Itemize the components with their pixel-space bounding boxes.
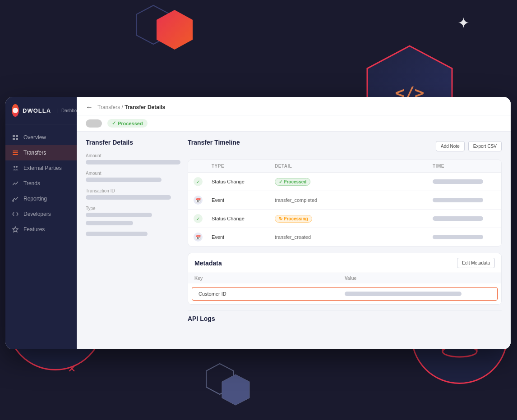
developers-icon [12, 210, 19, 218]
field-amount2: Amount [86, 171, 180, 182]
api-logs-section: API Logs [188, 310, 502, 338]
th-icon [194, 164, 212, 169]
edit-metadata-button[interactable]: Edit Metadata [457, 258, 495, 268]
svg-marker-4 [206, 364, 234, 394]
row-time-1 [433, 179, 483, 184]
row-detail-1: ✓ Processed [275, 178, 433, 186]
field-label-txn: Transaction ID [86, 188, 180, 193]
row-icon-calendar1: 📅 [194, 196, 203, 205]
logo-separator: | [56, 108, 58, 113]
row-type-1: Status Change [212, 179, 275, 184]
sidebar-item-trends[interactable]: Trends [5, 176, 77, 191]
field-transaction-id: Transaction ID [86, 188, 180, 200]
th-time: Time [433, 164, 496, 169]
reporting-label: Reporting [23, 196, 47, 202]
svg-rect-24 [13, 154, 18, 155]
row-detail-4: transfer_created [275, 234, 433, 240]
breadcrumb-parent: Transfers [97, 104, 120, 110]
row-type-3: Status Change [212, 216, 275, 221]
row-time-4 [433, 235, 483, 239]
sidebar-item-transfers[interactable]: Transfers [5, 145, 77, 160]
status-text: Processed [118, 121, 143, 126]
sidebar-item-features[interactable]: Features [5, 222, 77, 237]
field-bar-misc [86, 232, 148, 236]
meta-value-bar-1 [345, 292, 462, 296]
status-bar: ✓ Processed [77, 115, 511, 132]
processed-badge: ✓ Processed [275, 178, 310, 186]
timeline-table-header: Type Detail Time [188, 160, 501, 173]
field-bar-amount2 [86, 178, 162, 182]
sparkle-icon: ✦ [457, 14, 470, 32]
api-logs-title: API Logs [188, 310, 502, 325]
field-bar-type [86, 213, 152, 217]
export-csv-button[interactable]: Export CSV [468, 141, 502, 151]
row-icon-calendar2: 📅 [194, 233, 203, 242]
table-row: ✓ Status Change ✓ Processed [188, 173, 501, 191]
sidebar-item-external-parties[interactable]: External Parties [5, 160, 77, 176]
timeline-actions: Add Note Export CSV [436, 141, 502, 151]
back-button[interactable]: ← [86, 103, 93, 111]
th-type: Type [212, 164, 275, 169]
metadata-cols: Key Value [188, 273, 501, 283]
svg-rect-22 [13, 151, 18, 151]
svg-marker-28 [13, 227, 18, 232]
logo-text: DWOLLA [23, 107, 51, 114]
svg-rect-18 [13, 135, 15, 137]
add-note-button[interactable]: Add Note [436, 141, 465, 151]
svg-marker-5 [222, 374, 249, 405]
status-icon: ✓ [112, 120, 116, 126]
field-bar-extra [86, 221, 133, 225]
th-detail: Detail [275, 164, 433, 169]
meta-col-key: Key [194, 276, 345, 281]
transfers-icon [12, 149, 19, 156]
row-time-3 [433, 216, 483, 221]
svg-point-26 [16, 166, 18, 168]
logo-area: DWOLLA | Dashboard [5, 97, 77, 124]
meta-key-1: Customer ID [198, 291, 345, 297]
svg-rect-23 [13, 152, 18, 153]
dashboard-card: DWOLLA | Dashboard Overview [5, 97, 511, 349]
row-detail-3: ↻ Processing [275, 215, 433, 223]
table-row: 📅 Event transfer_completed [188, 191, 501, 210]
sidebar-item-developers[interactable]: Developers [5, 206, 77, 222]
metadata-header: Metadata Edit Metadata [188, 253, 501, 273]
transfer-details-title: Transfer Details [86, 139, 180, 146]
field-label-type: Type [86, 206, 180, 211]
sidebar-nav: Overview Transfers [5, 124, 77, 349]
table-row: ✓ Status Change ↻ Processing [188, 210, 501, 228]
breadcrumb: Transfers / Transfer Details [97, 104, 165, 110]
field-amount1: Amount [86, 153, 180, 164]
row-detail-2: transfer_completed [275, 197, 433, 203]
row-type-4: Event [212, 234, 275, 240]
toggle-switch[interactable] [86, 119, 102, 128]
content-header: ← Transfers / Transfer Details [77, 97, 511, 115]
metadata-row: Customer ID [192, 287, 498, 301]
svg-point-17 [13, 108, 18, 113]
cross-icon: ✕ [68, 363, 76, 375]
content-body: Transfer Details Amount Amount Transacti… [77, 132, 511, 345]
overview-label: Overview [23, 134, 46, 141]
row-type-2: Event [212, 197, 275, 203]
svg-point-25 [14, 166, 15, 168]
row-icon-check1: ✓ [194, 177, 203, 186]
meta-col-value: Value [345, 276, 495, 281]
svg-rect-20 [13, 138, 15, 140]
transfer-details-panel: Transfer Details Amount Amount Transacti… [86, 139, 180, 338]
field-label-amount2: Amount [86, 171, 180, 176]
status-badge: ✓ Processed [107, 119, 148, 128]
trends-icon [12, 180, 19, 187]
sidebar-item-overview[interactable]: Overview [5, 130, 77, 145]
table-row: 📅 Event transfer_created [188, 228, 501, 246]
svg-point-27 [13, 201, 14, 201]
right-panel: Transfer Timeline Add Note Export CSV Ty… [188, 139, 502, 338]
timeline-section: Transfer Timeline Add Note Export CSV Ty… [188, 139, 502, 247]
metadata-section: Metadata Edit Metadata Key Value Custome… [188, 253, 502, 305]
breadcrumb-current: Transfer Details [125, 104, 165, 110]
sidebar-item-reporting[interactable]: Reporting [5, 191, 77, 206]
metadata-title: Metadata [194, 260, 222, 267]
field-bar-amount1 [86, 160, 180, 164]
dwolla-logo-icon [12, 104, 19, 117]
overview-icon [12, 134, 19, 141]
main-content: ← Transfers / Transfer Details ✓ Process… [77, 97, 511, 349]
timeline-table: Type Detail Time ✓ Status Change ✓ Proce… [188, 160, 502, 247]
